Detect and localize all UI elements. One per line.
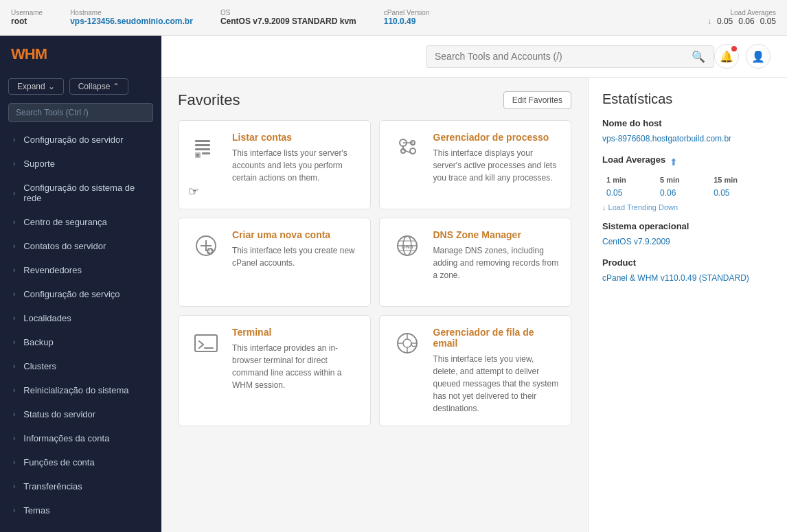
fav-card-terminal[interactable]: Terminal This interface provides an in-b…	[178, 315, 371, 426]
product-value: cPanel & WHM v110.0.49 (STANDARD)	[602, 272, 773, 284]
whm-logo: WHM	[11, 45, 47, 63]
cursor-icon: ☞	[188, 184, 199, 199]
sidebar: WHM Expand ⌄ Collapse ⌃ ›Configuração do…	[0, 36, 161, 532]
load-val3: 0.05	[711, 187, 772, 199]
notification-badge	[731, 46, 737, 51]
sidebar-search-input[interactable]	[8, 103, 153, 122]
trend-arrow: ↓	[602, 203, 606, 211]
load-trending-link[interactable]: ↓ Load Trending Down	[602, 203, 773, 211]
sidebar-item-10[interactable]: ›Reinicialização do sistema	[0, 378, 161, 402]
load-val1: 0.05	[604, 187, 656, 199]
sidebar-arrow-8: ›	[13, 338, 15, 346]
fav-card-criar-conta[interactable]: Criar uma nova conta This interface lets…	[178, 218, 371, 307]
sidebar-controls: Expand ⌄ Collapse ⌃	[0, 73, 161, 100]
sidebar-item-3[interactable]: ›Centro de segurança	[0, 210, 161, 234]
stats-title: Estatísticas	[602, 91, 773, 107]
content-area: 🔍 🔔 👤 Favorites Edit Favorites	[161, 36, 787, 532]
expand-icon: ⌄	[48, 82, 55, 91]
load-averages: Load Averages ↓ 0.05 0.06 0.05	[707, 9, 776, 26]
os-label: OS	[220, 9, 356, 16]
sidebar-arrow-14: ›	[13, 483, 15, 490]
sidebar-arrow-1: ›	[13, 160, 15, 167]
load-val-1: 0.05	[717, 16, 733, 26]
fav-card-listar-contas[interactable]: Listar contas This interface lists your …	[178, 120, 371, 209]
load-averages-label: Load Averages	[602, 154, 665, 165]
dns-content: DNS Zone Manager Manage DNS zones, inclu…	[433, 229, 560, 295]
dns-title: DNS Zone Manager	[433, 229, 560, 240]
search-container[interactable]: 🔍	[426, 45, 714, 68]
load-val2: 0.06	[657, 187, 709, 199]
sidebar-item-5[interactable]: ›Revendedores	[0, 258, 161, 282]
sidebar-item-9[interactable]: ›Clusters	[0, 354, 161, 378]
header-icons: 🔔 👤	[714, 44, 771, 69]
sidebar-item-13[interactable]: ›Funções de conta	[0, 450, 161, 474]
load-1min-header: 1 min	[604, 174, 656, 185]
sidebar-item-4[interactable]: ›Contatos do servidor	[0, 234, 161, 258]
sidebar-arrow-11: ›	[13, 410, 15, 418]
email-content: Gerenciador de fila de email This interf…	[433, 327, 560, 415]
username-label: Username	[11, 9, 43, 16]
trend-text: Load Trending Down	[608, 203, 678, 211]
top-bar: Username root Hostname vps-123456.seudom…	[0, 0, 787, 36]
sidebar-item-2[interactable]: ›Configuração do sistema de rede	[0, 176, 161, 210]
gerenciador-processo-desc: This interface displays your server's ac…	[433, 147, 560, 184]
sidebar-arrow-7: ›	[13, 314, 15, 322]
load-icon: ⬆	[670, 157, 678, 167]
listar-contas-icon	[190, 132, 223, 165]
search-icon[interactable]: 🔍	[692, 50, 705, 63]
criar-conta-title: Criar uma nova conta	[232, 229, 359, 240]
sidebar-arrow-9: ›	[13, 362, 15, 370]
sidebar-item-11[interactable]: ›Status do servidor	[0, 402, 161, 426]
email-title: Gerenciador de fila de email	[433, 327, 560, 349]
edit-favorites-button[interactable]: Edit Favorites	[503, 91, 571, 109]
fav-card-gerenciador-processo[interactable]: Gerenciador de processo This interface d…	[379, 120, 572, 209]
listar-contas-title: Listar contas	[232, 132, 359, 143]
main-content: Favorites Edit Favorites	[161, 78, 787, 532]
os-value: CentOS v7.9.2009	[602, 235, 773, 248]
sidebar-item-0[interactable]: ›Configuração do servidor	[0, 128, 161, 152]
svg-rect-3	[202, 152, 210, 154]
sidebar-arrow-5: ›	[13, 266, 15, 274]
expand-label: Expand	[17, 82, 45, 91]
load-val-2: 0.06	[738, 16, 754, 26]
load-label: Load Averages	[730, 9, 776, 16]
hostname-label: Nome do host	[602, 118, 773, 128]
hostname-label: Hostname	[70, 9, 193, 16]
fav-card-dns[interactable]: DNS DNS Zone Manager Manage DNS zones, i…	[379, 218, 572, 307]
search-input[interactable]	[435, 51, 686, 62]
sidebar-item-1[interactable]: ›Suporte	[0, 152, 161, 176]
sidebar-item-15[interactable]: ›Temas	[0, 498, 161, 522]
logo-area: WHM	[0, 36, 161, 73]
svg-point-10	[401, 149, 405, 153]
criar-conta-content: Criar uma nova conta This interface lets…	[232, 229, 359, 295]
username-value: root	[11, 16, 43, 26]
sidebar-arrow-13: ›	[13, 459, 15, 466]
sidebar-arrow-15: ›	[13, 507, 15, 514]
gerenciador-processo-icon	[391, 132, 424, 165]
load-header: Load Averages ⬆	[602, 154, 773, 169]
collapse-label: Collapse	[78, 82, 111, 91]
criar-conta-desc: This interface lets you create new cPane…	[232, 244, 359, 269]
dns-desc: Manage DNS zones, including adding and r…	[433, 244, 560, 281]
terminal-title: Terminal	[232, 327, 359, 338]
sidebar-arrow-3: ›	[13, 218, 15, 226]
cpanel-label: cPanel Version	[384, 9, 430, 16]
sidebar-item-7[interactable]: ›Localidades	[0, 306, 161, 330]
notifications-button[interactable]: 🔔	[714, 44, 739, 69]
sidebar-arrow-12: ›	[13, 435, 15, 442]
sidebar-item-6[interactable]: ›Configuração de serviço	[0, 282, 161, 306]
fav-card-email[interactable]: Gerenciador de fila de email This interf…	[379, 315, 572, 426]
svg-rect-1	[195, 144, 210, 146]
sidebar-item-8[interactable]: ›Backup	[0, 330, 161, 354]
listar-contas-content: Listar contas This interface lists your …	[232, 132, 359, 198]
user-profile-button[interactable]: 👤	[746, 44, 771, 69]
email-desc: This interface lets you view, delete, an…	[433, 353, 560, 415]
expand-button[interactable]: Expand ⌄	[8, 78, 64, 95]
svg-rect-0	[195, 140, 210, 142]
collapse-button[interactable]: Collapse ⌃	[69, 78, 129, 95]
sidebar-item-12[interactable]: ›Informações da conta	[0, 426, 161, 450]
main-layout: WHM Expand ⌄ Collapse ⌃ ›Configuração do…	[0, 36, 787, 532]
load-table: 1 min 5 min 15 min 0.05 0.06 0.05	[602, 173, 773, 200]
username-info: Username root	[11, 9, 43, 26]
sidebar-item-14[interactable]: ›Transferências	[0, 474, 161, 498]
